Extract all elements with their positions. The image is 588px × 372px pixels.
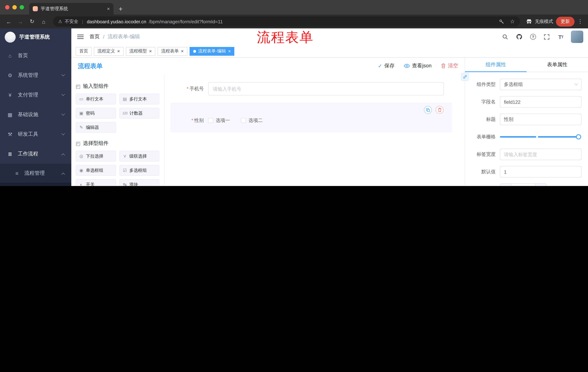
gender-option-2-checkbox[interactable]: 选项二: [241, 117, 263, 124]
tag-process-form-edit[interactable]: 流程表单-编辑 ×: [189, 47, 234, 55]
palette-chip-counter[interactable]: 123计数器: [119, 108, 159, 119]
sidebar: 芋道管理系统 ⌂ 首页 ⚙ 系统管理 ¥ 支付管理 ▦ 基础设施: [0, 28, 71, 186]
palette-chip-dropdown[interactable]: ◎下拉选择: [76, 151, 116, 162]
props-tabs: 组件属性 表单属性: [465, 57, 588, 72]
incognito-icon: [526, 19, 532, 24]
default-value-label: 默认值: [472, 169, 500, 175]
window-zoom-button[interactable]: [20, 5, 24, 10]
min-select-value[interactable]: 至少应选: [511, 184, 535, 186]
process-management-children: ▤ 流程表单 ◎ 用户分组 ▶ 流程模型: [0, 183, 71, 186]
help-icon[interactable]: ?: [529, 33, 537, 40]
clear-button[interactable]: 清空: [441, 63, 458, 69]
sidebar-item-system-management[interactable]: ⚙ 系统管理: [0, 65, 71, 85]
browser-tab-bar: 芋道管理系统 × +: [0, 0, 588, 15]
palette-chip-single-line-text[interactable]: ▭单行文本: [76, 94, 116, 105]
sidebar-item-devtools[interactable]: ⚒ 研发工具: [0, 125, 71, 144]
tag-process-form[interactable]: 流程表单 ×: [158, 47, 187, 55]
slider-icon: ↹: [122, 182, 127, 186]
default-value-input[interactable]: [500, 166, 581, 178]
chevron-up-icon: [61, 153, 65, 157]
canvas-field-gender-selected[interactable]: 性别 选项一 选项二: [170, 103, 452, 132]
form-grid-slider[interactable]: [500, 136, 578, 138]
palette-chip-cascader[interactable]: ⋎级联选择: [119, 151, 159, 162]
payment-icon: ¥: [7, 92, 13, 98]
form-canvas[interactable]: 手机号: [165, 74, 465, 186]
title-input[interactable]: [500, 114, 581, 125]
sidebar-item-process-management[interactable]: ≡ 流程管理: [0, 164, 71, 183]
address-bar[interactable]: ⚠ 不安全 | dashboard.yudao.iocoder.cn /bpm/…: [53, 16, 520, 27]
field-name-input[interactable]: [500, 96, 581, 108]
sidebar-item-infrastructure[interactable]: ▦ 基础设施: [0, 105, 71, 125]
view-json-button[interactable]: 查看json: [404, 63, 431, 69]
url-separator: |: [82, 19, 83, 24]
canvas-field-phone[interactable]: 手机号: [170, 79, 459, 98]
home-icon[interactable]: ⌂: [39, 16, 49, 27]
label-width-label: 标签宽度: [472, 151, 500, 158]
palette-chip-slider[interactable]: ↹滑块: [119, 179, 159, 186]
sidebar-item-home[interactable]: ⌂ 首页: [0, 46, 71, 65]
palette-chip-password[interactable]: ▣密码: [76, 108, 116, 119]
copy-field-button[interactable]: [424, 106, 432, 114]
breadcrumb: 首页 / 流程表单-编辑: [90, 33, 140, 40]
palette-chip-editor[interactable]: ✎编辑器: [76, 122, 116, 133]
delete-field-button[interactable]: [436, 106, 443, 114]
window-close-button[interactable]: [5, 5, 10, 10]
forward-icon[interactable]: →: [15, 16, 25, 27]
sidebar-item-workflow[interactable]: ≣ 工作流程: [0, 144, 71, 164]
back-icon[interactable]: ←: [4, 16, 14, 27]
sidebar-item-process-form[interactable]: ▤ 流程表单: [0, 183, 71, 186]
browser-menu-icon[interactable]: ⋮: [576, 18, 584, 25]
trash-icon: [441, 63, 446, 68]
bookmark-star-icon[interactable]: ☆: [510, 18, 515, 25]
fullscreen-icon[interactable]: [543, 33, 551, 40]
plus-button[interactable]: +: [535, 184, 546, 186]
breadcrumb-home[interactable]: 首页: [90, 33, 100, 40]
tag-process-definition[interactable]: 流程定义 ×: [94, 47, 124, 55]
password-key-icon[interactable]: [499, 19, 504, 24]
font-size-icon[interactable]: TT: [557, 33, 564, 40]
screen: 芋道管理系统 × + ← → ↻ ⌂ ⚠ 不安全 | dashboard.yud…: [0, 0, 588, 186]
slider-handle[interactable]: [576, 134, 581, 139]
tag-home[interactable]: 首页: [76, 47, 92, 55]
palette-chip-radio-group[interactable]: ◉单选框组: [76, 165, 116, 176]
palette-section-input: ◰ 输入型组件: [76, 83, 160, 90]
gender-option-1-checkbox[interactable]: 选项一: [208, 117, 230, 124]
link-icon-button[interactable]: [461, 73, 469, 81]
search-icon[interactable]: [502, 33, 509, 40]
github-icon[interactable]: [515, 33, 523, 40]
designer-header: 流程表单 ✓ 保存 查看json: [71, 57, 465, 74]
checkbox-icon: [241, 118, 246, 123]
tags-view-bar: 首页 流程定义 × 流程模型 × 流程表单 × 流程表单-编辑 ×: [71, 45, 588, 57]
palette-chip-switch[interactable]: ◐开关: [76, 179, 116, 186]
label-width-input[interactable]: [500, 149, 581, 160]
phone-input[interactable]: [208, 82, 444, 95]
component-type-select[interactable]: 多选框组: [500, 79, 581, 90]
tab-component-props[interactable]: 组件属性: [465, 57, 526, 72]
user-avatar-wrap[interactable]: ▾: [571, 31, 582, 43]
tag-process-model[interactable]: 流程模型 ×: [126, 47, 155, 55]
sidebar-collapse-icon[interactable]: [77, 35, 84, 39]
save-button[interactable]: ✓ 保存: [378, 63, 394, 69]
minus-button[interactable]: −: [500, 184, 511, 186]
workflow-icon: ≣: [7, 151, 13, 157]
sidebar-logo[interactable]: 芋道管理系统: [0, 28, 71, 46]
tag-close-icon[interactable]: ×: [149, 49, 152, 53]
browser-update-button[interactable]: 更新: [556, 17, 575, 26]
tag-close-icon[interactable]: ×: [228, 49, 231, 53]
palette-chip-checkbox-group[interactable]: ☑多选框组: [119, 165, 159, 176]
tag-close-icon[interactable]: ×: [117, 49, 120, 53]
field-name-label: 字段名: [472, 99, 500, 105]
browser-tab[interactable]: 芋道管理系统 ×: [29, 3, 114, 15]
new-tab-button[interactable]: +: [119, 5, 123, 13]
palette-chip-multiline-text[interactable]: ▤多行文本: [119, 94, 159, 105]
sidebar-item-payment-management[interactable]: ¥ 支付管理: [0, 85, 71, 105]
tag-close-icon[interactable]: ×: [181, 49, 184, 53]
security-warning-icon[interactable]: ⚠: [58, 19, 62, 24]
url-path: /bpm/manager/form/edit?formId=11: [149, 19, 223, 24]
window-minimize-button[interactable]: [12, 5, 17, 10]
devtools-icon: ⚒: [7, 131, 13, 137]
tab-form-props[interactable]: 表单属性: [526, 57, 588, 72]
annotation-overlay-text: 流程表单: [257, 28, 314, 47]
reload-icon[interactable]: ↻: [27, 16, 37, 27]
tab-close-icon[interactable]: ×: [107, 6, 110, 12]
